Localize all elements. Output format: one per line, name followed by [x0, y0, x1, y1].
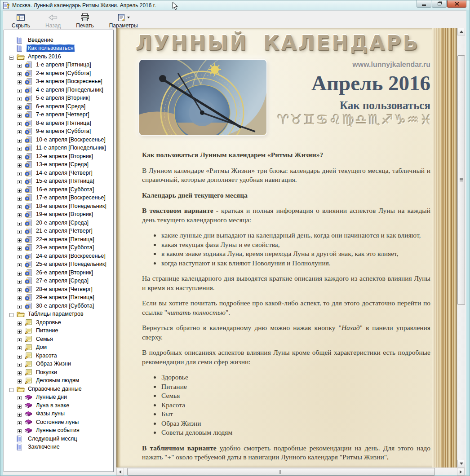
tree-item[interactable]: Питание: [4, 327, 113, 335]
tree-item-label[interactable]: 21-е апреля [Четверг]: [35, 228, 94, 234]
tree-item[interactable]: Покупки: [4, 368, 113, 377]
tree-item[interactable]: Лунные события: [4, 427, 113, 435]
tree-item[interactable]: Лунные дни: [4, 393, 113, 402]
tree-item[interactable]: Апрель 2016: [4, 53, 113, 61]
tree-item-label[interactable]: Лунные дни: [35, 394, 68, 401]
tree-item-label[interactable]: Образ Жизни: [35, 361, 72, 367]
expand-plus-toggle[interactable]: [18, 246, 22, 250]
expand-plus-toggle[interactable]: [18, 404, 22, 408]
expand-plus-toggle[interactable]: [18, 362, 22, 366]
tree-item-label[interactable]: 25-е апреля [Понедельник]: [35, 261, 108, 268]
expand-plus-toggle[interactable]: [18, 287, 22, 291]
tree-item-label[interactable]: 29-е апреля [Пятница]: [35, 294, 96, 301]
expand-plus-toggle[interactable]: [18, 412, 22, 416]
tree-item[interactable]: 17-е апреля [Воскресенье]: [4, 194, 113, 203]
tree-item[interactable]: 26-е апреля [Вторник]: [4, 269, 113, 277]
tree-item-label[interactable]: Заключение: [27, 444, 61, 450]
tree-item-label[interactable]: 4-е апреля [Понедельник]: [35, 87, 105, 93]
expand-plus-toggle[interactable]: [18, 212, 22, 216]
tree-item[interactable]: 30-е апреля [Суббота]: [4, 302, 113, 310]
tree-item[interactable]: 19-е апреля [Вторник]: [4, 211, 113, 219]
tree-item-label[interactable]: Следующий месяц: [27, 436, 78, 442]
tree-item-label[interactable]: Покупки: [35, 369, 58, 376]
tree-item[interactable]: Введение: [4, 36, 113, 44]
vertical-scrollbar[interactable]: [457, 28, 465, 467]
expand-plus-toggle[interactable]: [18, 63, 22, 67]
tree-item-label[interactable]: 23-е апреля [Суббота]: [35, 244, 95, 251]
expand-plus-toggle[interactable]: [18, 129, 22, 133]
tree-item-label[interactable]: 2-е апреля [Суббота]: [35, 70, 92, 77]
tree-item-label[interactable]: 20-е апреля [Среда]: [35, 220, 90, 226]
expand-plus-toggle[interactable]: [18, 354, 22, 358]
expand-plus-toggle[interactable]: [18, 171, 22, 175]
tree-item-label[interactable]: Дом: [35, 344, 48, 351]
tree-item-label[interactable]: Питание: [35, 327, 59, 334]
scroll-up-button[interactable]: [457, 28, 465, 35]
tree-item-label[interactable]: 13-е апреля [Среда]: [35, 161, 90, 168]
tree-item[interactable]: Следующий месяц: [4, 435, 113, 443]
options-button[interactable]: Параметры: [106, 12, 142, 29]
expand-plus-toggle[interactable]: [18, 221, 22, 225]
tree-item-label[interactable]: 11-е апреля [Понедельник]: [35, 145, 107, 151]
tree-item-label[interactable]: Здоровье: [35, 319, 62, 326]
tree-item[interactable]: Дом: [4, 344, 113, 352]
expand-plus-toggle[interactable]: [18, 254, 22, 258]
minimize-button[interactable]: [417, 0, 431, 8]
tree-item-label[interactable]: 24-е апреля [Воскресенье]: [35, 253, 107, 260]
expand-plus-toggle[interactable]: [18, 163, 22, 167]
print-button[interactable]: Печать: [72, 12, 97, 29]
tree-item[interactable]: 27-е апреля [Среда]: [4, 277, 113, 286]
tree-item[interactable]: 9-е апреля [Суббота]: [4, 128, 113, 136]
tree-item-label[interactable]: Деловым людям: [35, 377, 80, 384]
tree-item-label[interactable]: Введение: [27, 37, 55, 44]
expand-plus-toggle[interactable]: [18, 138, 22, 142]
tree-item[interactable]: Справочные данные: [4, 385, 113, 393]
tree-item[interactable]: 29-е апреля [Пятница]: [4, 294, 113, 302]
tree-item-label[interactable]: 26-е апреля [Вторник]: [35, 269, 94, 276]
tree-item[interactable]: 14-е апреля [Четверг]: [4, 169, 113, 177]
collapse-minus-toggle[interactable]: [9, 312, 13, 316]
tree-item-label[interactable]: 30-е апреля [Суббота]: [35, 303, 95, 309]
tree-item[interactable]: 1-е апреля [Пятница]: [4, 61, 113, 70]
expand-plus-toggle[interactable]: [18, 146, 22, 150]
tree-item-label[interactable]: Состояние луны: [35, 419, 80, 426]
expand-plus-toggle[interactable]: [18, 196, 22, 200]
expand-plus-toggle[interactable]: [18, 71, 22, 75]
tree-item[interactable]: Образ Жизни: [4, 360, 113, 369]
tree-item[interactable]: Фазы луны: [4, 410, 113, 419]
tree-item[interactable]: Деловым людям: [4, 377, 113, 385]
tree-item-label[interactable]: 16-е апреля [Суббота]: [35, 186, 95, 193]
tree-item[interactable]: Состояние луны: [4, 418, 113, 427]
tree-item[interactable]: Красота: [4, 352, 113, 360]
expand-plus-toggle[interactable]: [18, 295, 22, 300]
tree-item[interactable]: 20-е апреля [Среда]: [4, 219, 113, 227]
tree-item[interactable]: Таблицы параметров: [4, 310, 113, 319]
tree-item-label[interactable]: 27-е апреля [Среда]: [35, 278, 90, 284]
tree-item[interactable]: 5-е апреля [Вторник]: [4, 94, 113, 103]
expand-plus-toggle[interactable]: [18, 179, 22, 183]
tree-item-label[interactable]: 17-е апреля [Воскресенье]: [35, 194, 107, 201]
tree-item-label[interactable]: 18-е апреля [Понедельник]: [35, 203, 108, 210]
expand-plus-toggle[interactable]: [18, 337, 22, 341]
tree-item[interactable]: Луна в знаке: [4, 401, 113, 410]
tree-item-label[interactable]: Луна в знаке: [35, 402, 71, 409]
scroll-left-button[interactable]: [116, 468, 124, 476]
tree-item-label[interactable]: 12-е апреля [Вторник]: [35, 153, 94, 160]
vertical-scroll-thumb[interactable]: [457, 55, 465, 305]
restore-button[interactable]: [432, 0, 447, 8]
expand-plus-toggle[interactable]: [18, 96, 22, 100]
tree-item[interactable]: 24-е апреля [Воскресенье]: [4, 252, 113, 260]
expand-plus-toggle[interactable]: [18, 238, 22, 242]
horizontal-scroll-thumb[interactable]: [127, 468, 435, 476]
tree-item-label[interactable]: 6-е апреля [Среда]: [35, 103, 87, 110]
hide-button[interactable]: Скрыть: [8, 12, 34, 29]
expand-plus-toggle[interactable]: [18, 88, 22, 92]
expand-plus-toggle[interactable]: [18, 121, 22, 125]
contents-tree[interactable]: ВведениеКак пользоватьсяАпрель 20161-е а…: [4, 30, 114, 472]
expand-plus-toggle[interactable]: [18, 79, 22, 84]
tree-item[interactable]: 22-е апреля [Пятница]: [4, 235, 113, 244]
tree-item[interactable]: 15-е апреля [Пятница]: [4, 177, 113, 186]
expand-plus-toggle[interactable]: [18, 154, 22, 159]
scroll-down-button[interactable]: [457, 460, 465, 467]
tree-item[interactable]: 6-е апреля [Среда]: [4, 102, 113, 111]
